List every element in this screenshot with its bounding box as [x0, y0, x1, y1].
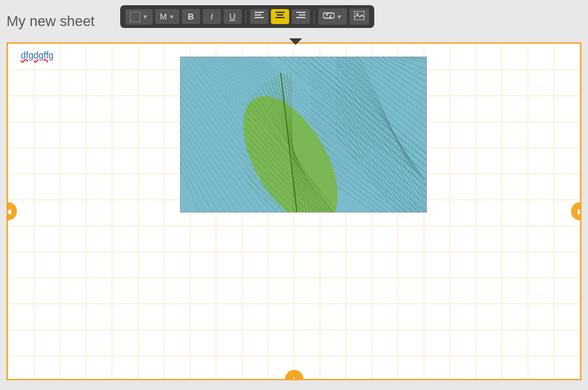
align-left-button[interactable] [250, 9, 268, 24]
feather-svg [180, 57, 427, 213]
svg-rect-4 [277, 14, 283, 16]
svg-rect-0 [255, 12, 264, 13]
svg-rect-7 [299, 14, 305, 16]
sheet-title[interactable]: My new sheet [6, 13, 95, 30]
svg-rect-2 [255, 17, 264, 18]
italic-button[interactable]: I [203, 9, 221, 24]
left-arrow-icon: ◀ [6, 207, 11, 216]
italic-label: I [211, 12, 213, 21]
align-right-button[interactable] [292, 9, 310, 24]
link-chevron-icon: ▼ [337, 14, 342, 20]
toolbar-separator-1 [246, 10, 246, 23]
color-chevron-icon: ▼ [142, 14, 148, 20]
svg-rect-3 [275, 12, 285, 13]
svg-marker-11 [289, 38, 302, 45]
font-chevron-icon: ▼ [169, 14, 175, 20]
right-arrow-icon: ▶ [578, 207, 582, 216]
svg-rect-1 [255, 14, 261, 16]
bold-label: B [188, 12, 194, 21]
toolbar-separator-2 [314, 10, 314, 23]
color-swatch [130, 12, 140, 22]
image-button[interactable] [350, 8, 369, 25]
bottom-arrow-icon: ▲ [290, 374, 298, 380]
canvas-area[interactable]: dfgdgffg [6, 42, 582, 380]
underline-button[interactable]: U [224, 9, 242, 24]
align-center-icon [275, 12, 285, 21]
font-size-label: M [160, 12, 167, 21]
align-left-icon [255, 12, 264, 21]
svg-rect-6 [296, 12, 305, 13]
svg-rect-8 [296, 17, 305, 18]
color-picker-button[interactable]: ▼ [125, 9, 153, 25]
font-size-button[interactable]: M ▼ [155, 9, 179, 24]
align-center-button[interactable] [271, 9, 289, 24]
svg-rect-5 [275, 17, 285, 18]
canvas-image[interactable] [180, 57, 427, 213]
toolbar: ▼ M ▼ B I U [120, 5, 374, 28]
image-icon [354, 11, 364, 22]
canvas-text[interactable]: dfgdgffg [21, 50, 53, 60]
align-right-icon [296, 12, 305, 21]
svg-point-10 [356, 13, 358, 15]
link-icon [323, 11, 335, 22]
link-button[interactable]: ▼ [318, 8, 347, 25]
underline-label: U [229, 12, 235, 21]
toolbar-dropdown-arrow [289, 36, 302, 42]
bold-button[interactable]: B [182, 9, 200, 24]
